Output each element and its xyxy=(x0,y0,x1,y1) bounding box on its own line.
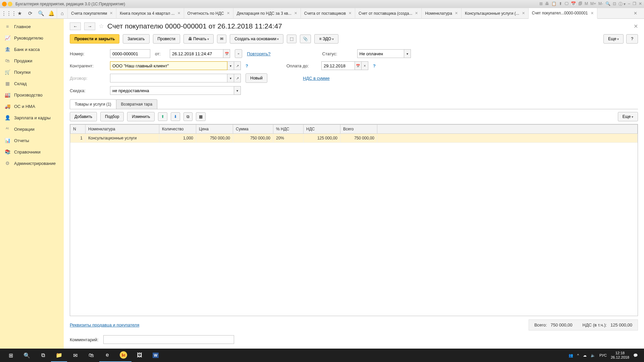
tab-close-icon[interactable]: ✕ xyxy=(415,11,418,15)
col-total[interactable]: Всего xyxy=(340,125,377,134)
1c-icon[interactable]: 1c xyxy=(115,349,131,362)
dropdown-icon[interactable]: ▾ xyxy=(227,61,234,70)
move-up-button[interactable]: ⬆ xyxy=(158,112,167,121)
m-icon[interactable]: M xyxy=(585,1,588,7)
comment-input[interactable] xyxy=(103,335,234,344)
move-down-button[interactable]: ⬇ xyxy=(171,112,180,121)
clock[interactable]: 12:18 26.12.2018 xyxy=(611,351,629,360)
vat-link[interactable]: НДС в сумме xyxy=(303,76,330,81)
subtab-goods[interactable]: Товары и услуги (1) xyxy=(70,99,116,109)
dropdown-icon[interactable]: ▾ xyxy=(227,74,234,82)
calendar-icon[interactable]: 📅 xyxy=(571,1,576,7)
sidebar-item-bank[interactable]: 🏦Банк и касса xyxy=(0,44,64,55)
lang-indicator[interactable]: РУС xyxy=(599,353,607,357)
search-icon[interactable]: 🔍 xyxy=(19,349,35,362)
sidebar-item-main[interactable]: ≡Главное xyxy=(0,21,64,32)
print-icon[interactable]: 🖶 xyxy=(545,1,549,7)
attach-button[interactable]: 📎 xyxy=(300,35,311,43)
email-button[interactable]: ✉ xyxy=(217,35,226,43)
photos-icon[interactable]: 🖼 xyxy=(131,349,148,362)
edo-button[interactable]: ≡ ЭДО xyxy=(314,34,338,44)
star-icon[interactable]: ★ xyxy=(14,8,25,19)
table-more-button[interactable]: Еще xyxy=(618,112,638,121)
col-price[interactable]: Цена xyxy=(196,125,233,134)
sidebar-item-salary[interactable]: 👤Зарплата и кадры xyxy=(0,112,64,123)
back-button[interactable]: ← xyxy=(70,22,81,30)
discount-select[interactable] xyxy=(110,86,234,95)
tab-close-icon[interactable]: ✕ xyxy=(455,11,458,15)
info-icon[interactable]: ⓘ ▾ xyxy=(619,1,626,7)
tab-7[interactable]: Консультационные услуги (...✕ xyxy=(462,8,529,19)
sidebar-item-production[interactable]: 🏭Производство xyxy=(0,89,64,101)
icon-panel[interactable]: ⊞ xyxy=(539,1,543,7)
repeat-link[interactable]: Повторять? xyxy=(247,51,270,56)
tab-1[interactable]: Книга покупок за 4 квартал ...✕ xyxy=(116,8,184,19)
history-icon[interactable]: ⟳ xyxy=(25,8,36,19)
search-icon[interactable]: 🔍 xyxy=(605,1,610,7)
store-icon[interactable]: 🛍 xyxy=(83,349,99,362)
mminus-icon[interactable]: M- xyxy=(598,1,603,7)
counterparty-input[interactable] xyxy=(110,61,227,70)
structure-button[interactable]: ⬚ xyxy=(287,35,297,43)
search-icon[interactable]: 🔍 xyxy=(36,8,46,19)
close-all-icon[interactable]: ✕ xyxy=(630,11,641,16)
dropdown-icon[interactable]: ▾ xyxy=(234,86,241,95)
maximize-icon[interactable]: ❐ xyxy=(633,1,636,7)
mail-icon[interactable]: ✉ xyxy=(67,349,83,362)
col-vat[interactable]: НДС xyxy=(304,125,340,134)
bell-icon[interactable]: 🔔 xyxy=(46,8,57,19)
paste-button[interactable]: ▦ xyxy=(196,112,206,121)
upload-icon[interactable]: ⬆ xyxy=(559,1,562,7)
onedrive-icon[interactable]: ☁ xyxy=(583,353,587,358)
windows-icon[interactable]: 🗐 xyxy=(578,1,582,7)
contract-input[interactable] xyxy=(110,74,227,82)
tray-up-icon[interactable]: ^ xyxy=(577,353,579,357)
open-icon[interactable]: ↗ xyxy=(234,74,241,82)
sidebar-item-reports[interactable]: 📊Отчеты xyxy=(0,135,64,146)
col-sum[interactable]: Сумма xyxy=(233,125,273,134)
favorite-icon[interactable]: ☆ xyxy=(99,22,104,30)
edge-icon[interactable]: e xyxy=(99,349,115,362)
subtab-tare[interactable]: Возвратная тара xyxy=(116,99,158,109)
calendar-icon[interactable]: 📅 xyxy=(223,49,230,58)
tab-close-icon[interactable]: ✕ xyxy=(110,11,113,15)
home-icon[interactable]: ⌂ xyxy=(57,8,68,19)
start-icon[interactable]: ⊞ xyxy=(3,349,19,362)
tab-5[interactable]: Счет от поставщика (созда...✕ xyxy=(355,8,422,19)
open-icon[interactable]: ↗ xyxy=(234,61,241,70)
status-select[interactable] xyxy=(357,49,404,58)
word-icon[interactable]: W xyxy=(148,349,164,362)
clipboard-icon[interactable]: 📋 xyxy=(551,1,556,7)
new-button[interactable]: Новый xyxy=(246,73,267,83)
apps-icon[interactable]: ⋮⋮⋮ xyxy=(3,8,14,19)
close-pane-icon[interactable]: ✕ xyxy=(634,23,638,29)
screen-icon[interactable]: 🖵 xyxy=(565,1,569,7)
sidebar-item-references[interactable]: 📚Справочники xyxy=(0,146,64,158)
col-n[interactable]: N xyxy=(70,125,86,134)
calendar-icon[interactable]: 📅 xyxy=(355,61,362,70)
col-name[interactable]: Номенклатура xyxy=(86,125,159,134)
tab-3[interactable]: Декларация по НДС за 3 кв...✕ xyxy=(233,8,301,19)
period-button[interactable]: ▫ xyxy=(235,49,242,58)
more-button[interactable]: Еще xyxy=(603,34,624,44)
create-based-button[interactable]: Создать на основании xyxy=(230,34,283,44)
table-row[interactable]: 1 Консультационные услуги 1,000 750 000,… xyxy=(70,134,638,143)
tab-close-icon[interactable]: ✕ xyxy=(294,11,297,15)
tab-close-icon[interactable]: ✕ xyxy=(522,11,525,15)
tab-4[interactable]: Счета от поставщиков✕ xyxy=(301,8,355,19)
tab-close-icon[interactable]: ✕ xyxy=(177,11,180,15)
edit-row-button[interactable]: Изменить xyxy=(127,112,155,121)
post-close-button[interactable]: Провести и закрыть xyxy=(70,34,119,44)
tab-0[interactable]: Счета покупателям✕ xyxy=(68,8,116,19)
sidebar-item-operations[interactable]: ᴬᵗОперации xyxy=(0,123,64,135)
help-button[interactable]: ? xyxy=(626,34,638,44)
save-button[interactable]: Записать xyxy=(123,34,149,44)
seller-details-link[interactable]: Реквизиты продавца и покупателя xyxy=(70,322,139,327)
sidebar-item-os[interactable]: 🚚ОС и НМА xyxy=(0,101,64,112)
close-icon[interactable]: ✕ xyxy=(639,1,642,7)
tab-8[interactable]: Счет покупател...0000-000001✕ xyxy=(529,8,597,19)
date-input[interactable] xyxy=(170,49,223,58)
notifications-icon[interactable]: 💬 xyxy=(633,353,638,358)
help-icon[interactable]: ? xyxy=(373,63,376,68)
forward-button[interactable]: → xyxy=(84,22,95,30)
